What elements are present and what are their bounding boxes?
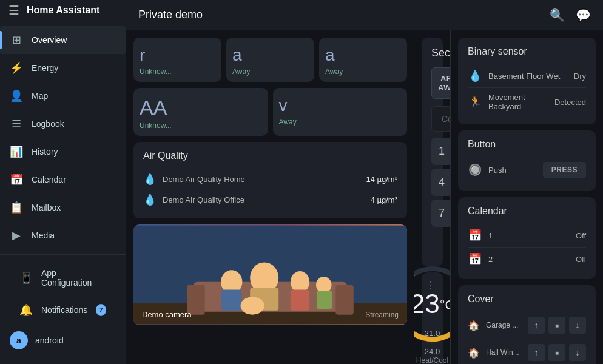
- sidebar-item-energy[interactable]: ⚡ Energy: [0, 54, 126, 82]
- sidebar-item-overview[interactable]: ⊞ Overview: [0, 26, 126, 54]
- person-letter-1: a: [232, 46, 242, 65]
- sidebar-item-history[interactable]: 📊 History: [0, 138, 126, 166]
- person-letter-4: v: [279, 96, 288, 115]
- left-panel: r Unknow... a Away a Away AA Unknow...: [126, 30, 414, 364]
- button-card-title: Button: [468, 139, 586, 150]
- calendar-icon-1: 📅: [468, 252, 482, 266]
- svg-point-11: [316, 277, 331, 293]
- svg-rect-10: [291, 290, 309, 311]
- topbar-icons: 🔍 💬: [550, 8, 591, 22]
- history-icon: 📊: [10, 145, 23, 158]
- aq-name-1: Demo Air Quality Office: [163, 195, 365, 204]
- calendar-card-title: Calendar: [468, 206, 586, 217]
- sidebar-item-mailbox[interactable]: 📋 Mailbox: [0, 194, 126, 221]
- svg-point-9: [291, 271, 309, 292]
- button-card: Button 🔘 Push PRESS: [458, 130, 596, 191]
- overview-icon: ⊞: [10, 33, 23, 47]
- sidebar-item-app-config[interactable]: 📱 App Configuration: [10, 261, 116, 295]
- security-title: Security: [431, 47, 450, 59]
- svg-point-13: [240, 297, 264, 314]
- calendar-row-1: 📅 2 Off: [468, 248, 586, 271]
- binary-sensor-card: Binary sensor 💧 Basement Floor Wet Dry 🏃…: [458, 38, 596, 124]
- person-tile-1[interactable]: a Away: [226, 38, 314, 82]
- notifications-icon: 🔔: [19, 303, 33, 317]
- svg-rect-4: [335, 285, 353, 315]
- user-avatar: a: [10, 331, 28, 349]
- cover-up-0[interactable]: ↑: [528, 317, 545, 334]
- arm-away-button[interactable]: ARM AWAY: [431, 67, 450, 99]
- sidebar-item-calendar[interactable]: 📅 Calendar: [0, 166, 126, 194]
- app-title: Home Assistant: [27, 5, 99, 16]
- middle-panel: Security 🛡 Disarmed ARM AWAY ARM HOME Co…: [414, 30, 450, 364]
- cover-stop-0[interactable]: ■: [548, 317, 565, 334]
- numpad-1[interactable]: 1: [431, 138, 450, 165]
- person-tile-0[interactable]: r Unknow...: [133, 38, 221, 82]
- sidebar-bottom: 📱 App Configuration 🔔 Notifications 7 a …: [0, 254, 126, 364]
- person-status-0: Unknow...: [140, 67, 172, 76]
- svg-rect-6: [221, 290, 241, 311]
- arm-buttons: ARM AWAY ARM HOME: [431, 67, 433, 99]
- calendar-card: Calendar 📅 1 Off 📅 2 Off: [458, 197, 596, 279]
- mailbox-icon: 📋: [10, 201, 23, 214]
- person-tile-4[interactable]: v Away: [273, 88, 408, 136]
- cover-title: Cover: [468, 294, 586, 305]
- sidebar-item-logbook[interactable]: ☰ Logbook: [0, 110, 126, 138]
- cover-icon-1: 🏠: [468, 347, 482, 359]
- person-tile-3[interactable]: AA Unknow...: [133, 88, 268, 136]
- numpad-7[interactable]: 7: [431, 200, 450, 227]
- content-area: r Unknow... a Away a Away AA Unknow...: [126, 30, 603, 364]
- sidebar-item-notifications[interactable]: 🔔 Notifications 7: [10, 296, 116, 324]
- map-icon: 👤: [10, 89, 23, 103]
- numpad: 1 2 3 4 5 6 7 8 9 0 CLEAR: [431, 138, 433, 258]
- far-right-panel: Binary sensor 💧 Basement Floor Wet Dry 🏃…: [450, 30, 603, 364]
- media-icon: ▶: [10, 229, 23, 242]
- camera-card[interactable]: Demo camera Streaming: [133, 224, 407, 325]
- sidebar-nav: ⊞ Overview ⚡ Energy 👤 Map ☰ Logbook 📊 Hi…: [0, 21, 126, 254]
- chat-icon[interactable]: 💬: [576, 8, 591, 22]
- cover-up-1[interactable]: ↑: [528, 344, 545, 361]
- sensor-value-1: Detected: [554, 98, 586, 107]
- logbook-icon: ☰: [10, 117, 23, 130]
- calendar-nav-icon: 📅: [10, 173, 23, 186]
- app-config-icon: 📱: [19, 271, 33, 285]
- numpad-4[interactable]: 4: [431, 169, 450, 196]
- thermostat-card: ⋮ 23°C 21.0 - 24.0 Heat/Cool - H: [422, 272, 443, 364]
- person-status-1: Away: [232, 67, 250, 76]
- person-tiles-top: r Unknow... a Away a Away: [133, 38, 407, 82]
- sidebar-item-media[interactable]: ▶ Media: [0, 221, 126, 249]
- sensor-wet-icon: 💧: [468, 69, 482, 83]
- person-status-3: Unknow...: [140, 121, 172, 130]
- cover-down-0[interactable]: ↓: [569, 317, 586, 334]
- press-button[interactable]: PRESS: [543, 162, 586, 178]
- calendar-icon-0: 📅: [468, 229, 482, 242]
- air-quality-card: Air Quality 💧 Demo Air Quality Home 14 µ…: [133, 142, 407, 218]
- button-name-0: Push: [488, 166, 537, 175]
- menu-icon[interactable]: ☰: [8, 3, 19, 18]
- sidebar-item-android[interactable]: a android: [10, 325, 116, 356]
- aq-icon-0: 💧: [143, 172, 157, 186]
- cover-name-1: Hall Win...: [486, 348, 524, 357]
- cover-down-1[interactable]: ↓: [569, 344, 586, 361]
- binary-sensor-title: Binary sensor: [468, 46, 586, 57]
- sidebar: ☰ Home Assistant ⊞ Overview ⚡ Energy 👤 M…: [0, 0, 126, 364]
- aq-row-0: 💧 Demo Air Quality Home 14 µg/m³: [143, 169, 397, 189]
- air-quality-title: Air Quality: [143, 150, 397, 161]
- calendar-row-0: 📅 1 Off: [468, 224, 586, 248]
- aq-icon-1: 💧: [143, 193, 157, 206]
- security-header: Security 🛡 Disarmed: [431, 46, 433, 60]
- calendar-value-0: Off: [576, 231, 586, 240]
- cover-stop-1[interactable]: ■: [548, 344, 565, 361]
- person-tiles-bottom: AA Unknow... v Away: [133, 88, 407, 136]
- person-tile-2[interactable]: a Away: [319, 38, 407, 82]
- topbar: Private demo 🔍 💬: [126, 0, 603, 30]
- person-status-2: Away: [325, 67, 343, 76]
- person-status-4: Away: [279, 118, 297, 126]
- camera-streaming: Streaming: [365, 311, 399, 319]
- thermostat-mode: Heat/Cool - Home: [416, 356, 448, 364]
- search-icon[interactable]: 🔍: [550, 8, 565, 22]
- calendar-name-0: 1: [488, 231, 570, 240]
- sensor-row-0: 💧 Basement Floor Wet Dry: [468, 64, 586, 88]
- person-letter-2: a: [325, 46, 335, 65]
- code-input[interactable]: Code: [431, 106, 450, 132]
- sidebar-item-map[interactable]: 👤 Map: [0, 82, 126, 110]
